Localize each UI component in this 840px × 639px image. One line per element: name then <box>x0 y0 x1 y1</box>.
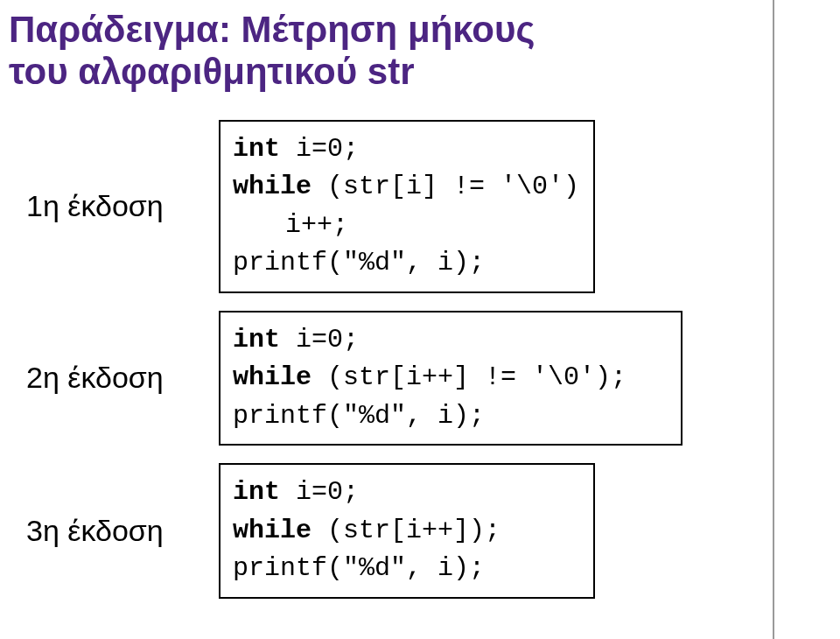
title-line-2: του αλφαριθμητικού str <box>9 51 840 93</box>
code-text: i=0; <box>280 325 359 355</box>
title-line-1: Παράδειγμα: Μέτρηση μήκους <box>9 9 840 51</box>
keyword-int: int <box>233 325 280 355</box>
keyword-int: int <box>233 134 280 164</box>
version-1-label: 1η έκδοση <box>9 189 219 223</box>
content-area: 1η έκδοση int i=0; while (str[i] != '\0'… <box>0 94 840 599</box>
version-3-row: 3η έκδοση int i=0; while (str[i++]); pri… <box>9 463 840 599</box>
version-3-code: int i=0; while (str[i++]); printf("%d", … <box>219 463 595 599</box>
code-text: (str[i] != '\0') <box>312 172 579 201</box>
version-2-label: 2η έκδοση <box>9 361 219 395</box>
keyword-while: while <box>233 362 312 392</box>
code-text: i=0; <box>280 477 359 507</box>
code-text: i=0; <box>280 134 359 164</box>
version-2-row: 2η έκδοση int i=0; while (str[i++] != '\… <box>9 311 840 446</box>
keyword-while: while <box>233 172 312 201</box>
code-text: (str[i++]); <box>312 516 500 545</box>
version-1-row: 1η έκδοση int i=0; while (str[i] != '\0'… <box>9 120 840 293</box>
vertical-divider <box>773 0 774 639</box>
code-text: i++; <box>285 210 348 240</box>
keyword-int: int <box>233 477 280 507</box>
keyword-while: while <box>233 516 312 545</box>
version-3-label: 3η έκδοση <box>9 514 219 548</box>
version-2-code: int i=0; while (str[i++] != '\0'); print… <box>219 311 682 446</box>
code-text: (str[i++] != '\0'); <box>312 362 626 392</box>
code-text: printf("%d", i); <box>233 401 485 431</box>
version-1-code: int i=0; while (str[i] != '\0') i++; pri… <box>219 120 595 293</box>
code-text: printf("%d", i); <box>233 553 485 583</box>
slide-title: Παράδειγμα: Μέτρηση μήκους του αλφαριθμη… <box>0 0 840 94</box>
code-text: printf("%d", i); <box>233 248 485 277</box>
